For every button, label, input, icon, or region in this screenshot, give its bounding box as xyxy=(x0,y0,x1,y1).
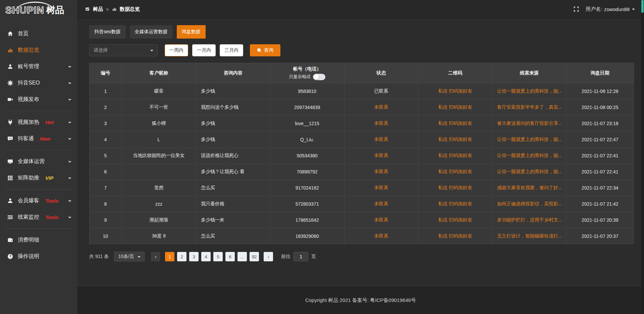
page-button-2[interactable]: 2 xyxy=(177,252,186,261)
cell-nickname: 暧章 xyxy=(121,83,196,99)
menu-divider xyxy=(5,150,72,150)
prev-page-button[interactable]: ‹ xyxy=(151,252,160,261)
question-icon: ? xyxy=(7,254,13,259)
person-icon xyxy=(7,198,13,204)
breadcrumb-root[interactable]: 树品 xyxy=(93,6,103,12)
tab-1[interactable]: 全媒体运营数据 xyxy=(130,25,173,39)
filter-select[interactable]: 请选择 xyxy=(89,44,158,56)
sidebar-item-data-overview[interactable]: 数据总览 xyxy=(0,42,77,58)
username-value: zswodun88 xyxy=(604,6,630,12)
next-page-button[interactable]: › xyxy=(264,252,273,261)
range-button-0[interactable]: 一周内 xyxy=(165,44,188,56)
table-row: 5当地比较能吃的一位美女说说价格让我死心50534380未联系私信 扫码加好友让… xyxy=(90,148,634,164)
page-button-5[interactable]: 5 xyxy=(213,252,223,261)
goto-page-input[interactable] xyxy=(293,252,308,261)
table-row: 2不可一世我想问这个多少钱2097344839未联系私信 扫码加好友客厅安装投影… xyxy=(90,99,634,115)
qrcode-link[interactable]: 私信 扫码加好友 xyxy=(438,233,472,239)
col-header-5: 二维码 xyxy=(418,63,492,83)
menu-divider xyxy=(5,228,72,229)
sidebar-item-account-manage[interactable]: 账号管理 xyxy=(0,58,77,75)
source-link[interactable]: 无主灯设计，智能磁吸轨道灯... xyxy=(497,233,562,239)
page-button-4[interactable]: 4 xyxy=(201,252,211,261)
qrcode-link[interactable]: 私信 扫码加好友 xyxy=(438,88,472,94)
source-link[interactable]: 让你一眼就爱上的黑科技，能... xyxy=(497,153,562,158)
plug-icon xyxy=(7,119,13,125)
cell-source: 多功能护栏灯，适用于乡村文... xyxy=(492,212,566,228)
page-ellipsis[interactable]: ... xyxy=(237,252,247,261)
source-link[interactable]: 多功能护栏灯，适用于乡村文... xyxy=(497,217,562,222)
sidebar-item-doukatong[interactable]: 抖客通New xyxy=(0,130,77,147)
sidebar-item-media-operation[interactable]: 全媒体运营 xyxy=(0,153,77,170)
menu-divider xyxy=(5,111,72,111)
source-link[interactable]: 如何正确选择投影仪，买投影... xyxy=(497,201,562,206)
source-link[interactable]: 被大家追着问的客厅投影分享... xyxy=(497,120,562,126)
username-label: 用户名: xyxy=(586,6,602,12)
query-button[interactable]: 查询 xyxy=(250,44,280,56)
cell-source: 让你一眼就爱上的黑科技，能... xyxy=(492,83,566,99)
qrcode-link[interactable]: 私信 扫码加好友 xyxy=(438,120,472,126)
cell-date: 2021-11-07 22:41 xyxy=(566,164,634,180)
sidebar-menu: 首页数据总览账号管理抖音SEO视频发布视频加热Hot抖客通New全媒体运营矩阵助… xyxy=(0,25,77,265)
fullscreen-icon[interactable] xyxy=(574,6,579,12)
sidebar-item-video-publish[interactable]: 视频发布 xyxy=(0,91,77,108)
status-badge: 未联系 xyxy=(344,132,418,148)
page-button-6[interactable]: 6 xyxy=(225,252,235,261)
cell-account: 50534380 xyxy=(270,148,344,164)
cell-qrcode: 私信 扫码加好友 xyxy=(418,228,492,244)
chevron-down-icon xyxy=(68,199,72,203)
cell-no: 3 xyxy=(90,115,122,132)
range-button-2[interactable]: 三月内 xyxy=(220,44,243,56)
source-link[interactable]: 让你一眼就爱上的黑科技，能... xyxy=(497,137,562,142)
source-link[interactable]: 让你一眼就爱上的黑科技，能... xyxy=(497,88,562,94)
qrcode-link[interactable]: 私信 扫码加好友 xyxy=(438,185,472,190)
col-header-2: 咨询内容 xyxy=(196,63,270,83)
qrcode-link[interactable]: 私信 扫码加好友 xyxy=(438,217,472,222)
user-dropdown[interactable]: 用户名: zswodun88 xyxy=(586,6,635,12)
col-header-4: 状态 xyxy=(344,63,418,83)
sidebar-item-douyin-seo[interactable]: 抖音SEO xyxy=(0,75,77,91)
qrcode-link[interactable]: 私信 扫码加好友 xyxy=(438,201,472,206)
cell-source: 无主灯设计，智能磁吸轨道灯... xyxy=(492,228,566,244)
range-button-1[interactable]: 一月内 xyxy=(192,44,216,56)
tab-2[interactable]: 询盘数据 xyxy=(177,25,206,39)
chevron-down-icon xyxy=(68,120,72,124)
page-size-select[interactable]: 10条/页 xyxy=(114,252,145,262)
col-header-0: 编号 xyxy=(90,63,122,83)
table-row: 1暧章多少钱9583810已联系私信 扫码加好友让你一眼就爱上的黑科技，能...… xyxy=(90,83,634,99)
cell-account: 70898792 xyxy=(270,164,344,180)
cell-no: 9 xyxy=(90,212,122,228)
source-link[interactable]: 客厅安装投影半年多了，真实... xyxy=(497,104,562,110)
cell-date: 2021-11-07 22:41 xyxy=(566,148,634,164)
phone-only-toggle[interactable] xyxy=(313,74,325,80)
sidebar-item-home[interactable]: 首页 xyxy=(0,25,77,42)
sidebar-item-consumption-detail[interactable]: 消费明细 xyxy=(0,232,77,248)
qrcode-link[interactable]: 私信 扫码加好友 xyxy=(438,104,472,110)
page-button-3[interactable]: 3 xyxy=(189,252,199,261)
source-link[interactable]: 感谢大家喜欢我家，被问了好... xyxy=(497,185,562,190)
sidebar-item-clue-monitor[interactable]: 线索监控Tools xyxy=(0,209,77,225)
sidebar-item-matrix-boost[interactable]: 矩阵助推VIP xyxy=(0,170,77,186)
menu-item-label: 消费明细 xyxy=(18,237,39,244)
source-link[interactable]: 让你一眼就爱上的黑科技，能... xyxy=(497,169,562,174)
status-badge: 未联系 xyxy=(344,164,418,180)
tab-0[interactable]: 抖音seo数据 xyxy=(89,25,126,39)
cell-no: 2 xyxy=(90,99,122,115)
status-badge: 未联系 xyxy=(344,180,418,196)
status-badge: 未联系 xyxy=(344,196,418,212)
status-badge: 未联系 xyxy=(344,99,418,115)
cell-no: 1 xyxy=(90,83,122,99)
query-button-label: 查询 xyxy=(264,47,273,53)
page-button-1[interactable]: 1 xyxy=(165,252,174,261)
page-button-92[interactable]: 92 xyxy=(250,252,259,261)
sidebar-item-operation-guide[interactable]: ?操作说明 xyxy=(0,248,77,265)
scrollbar-thumb[interactable] xyxy=(641,0,644,13)
sidebar-item-member-baoke[interactable]: 会员爆客Tools xyxy=(0,193,77,209)
cell-nickname: 狐小狸 xyxy=(121,115,196,132)
qrcode-link[interactable]: 私信 扫码加好友 xyxy=(438,137,472,142)
breadcrumb-separator: > xyxy=(106,6,109,12)
status-badge: 未联系 xyxy=(344,148,418,164)
sidebar-item-video-heat[interactable]: 视频加热Hot xyxy=(0,114,77,130)
qrcode-link[interactable]: 私信 扫码加好友 xyxy=(438,153,472,158)
wallet-icon xyxy=(7,237,13,243)
qrcode-link[interactable]: 私信 扫码加好友 xyxy=(438,169,472,174)
